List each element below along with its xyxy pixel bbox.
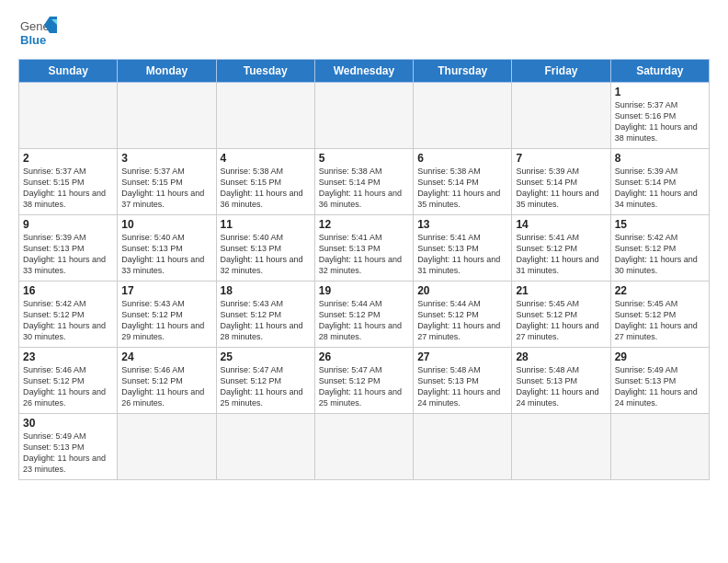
cell-sun-info: Sunrise: 5:42 AMSunset: 5:12 PMDaylight:…: [615, 232, 705, 277]
calendar-week-row: 9Sunrise: 5:39 AMSunset: 5:13 PMDaylight…: [19, 215, 710, 282]
calendar-cell: 19Sunrise: 5:44 AMSunset: 5:12 PMDayligh…: [314, 282, 413, 348]
cell-sun-info: Sunrise: 5:43 AMSunset: 5:12 PMDaylight:…: [221, 298, 311, 343]
svg-text:Blue: Blue: [20, 33, 46, 47]
cell-sun-info: Sunrise: 5:46 AMSunset: 5:12 PMDaylight:…: [23, 364, 113, 409]
calendar-week-row: 2Sunrise: 5:37 AMSunset: 5:15 PMDaylight…: [19, 149, 710, 215]
day-number: 25: [221, 350, 311, 363]
weekday-header-saturday: Saturday: [610, 60, 709, 83]
calendar-cell: [512, 414, 610, 480]
calendar-cell: 2Sunrise: 5:37 AMSunset: 5:15 PMDaylight…: [19, 149, 118, 215]
calendar-cell: 27Sunrise: 5:48 AMSunset: 5:13 PMDayligh…: [414, 348, 512, 414]
cell-sun-info: Sunrise: 5:41 AMSunset: 5:13 PMDaylight:…: [319, 232, 409, 277]
calendar-cell: 8Sunrise: 5:39 AMSunset: 5:14 PMDaylight…: [610, 149, 709, 215]
cell-sun-info: Sunrise: 5:44 AMSunset: 5:12 PMDaylight:…: [319, 298, 409, 343]
calendar-cell: [19, 83, 118, 149]
calendar-cell: [414, 414, 512, 480]
calendar-cell: 21Sunrise: 5:45 AMSunset: 5:12 PMDayligh…: [512, 282, 610, 348]
calendar-cell: [414, 83, 512, 149]
calendar-cell: 1Sunrise: 5:37 AMSunset: 5:16 PMDaylight…: [610, 83, 709, 149]
cell-sun-info: Sunrise: 5:47 AMSunset: 5:12 PMDaylight:…: [221, 364, 311, 409]
cell-sun-info: Sunrise: 5:40 AMSunset: 5:13 PMDaylight:…: [121, 232, 211, 277]
day-number: 4: [221, 152, 311, 165]
calendar-cell: [512, 83, 610, 149]
calendar-cell: [118, 414, 216, 480]
calendar-cell: 15Sunrise: 5:42 AMSunset: 5:12 PMDayligh…: [610, 215, 709, 282]
calendar-cell: [118, 83, 216, 149]
page: General Blue SundayMondayTuesdayWednesda…: [0, 0, 728, 489]
weekday-header-thursday: Thursday: [414, 60, 512, 83]
cell-sun-info: Sunrise: 5:41 AMSunset: 5:13 PMDaylight:…: [417, 232, 507, 277]
calendar-cell: 20Sunrise: 5:44 AMSunset: 5:12 PMDayligh…: [414, 282, 512, 348]
logo: General Blue: [18, 15, 57, 53]
calendar-cell: 3Sunrise: 5:37 AMSunset: 5:15 PMDaylight…: [118, 149, 216, 215]
calendar-week-row: 1Sunrise: 5:37 AMSunset: 5:16 PMDaylight…: [19, 83, 710, 149]
weekday-header-wednesday: Wednesday: [314, 60, 413, 83]
calendar-cell: 22Sunrise: 5:45 AMSunset: 5:12 PMDayligh…: [610, 282, 709, 348]
cell-sun-info: Sunrise: 5:45 AMSunset: 5:12 PMDaylight:…: [615, 298, 705, 343]
day-number: 2: [23, 152, 113, 165]
calendar-cell: 13Sunrise: 5:41 AMSunset: 5:13 PMDayligh…: [414, 215, 512, 282]
calendar-cell: 23Sunrise: 5:46 AMSunset: 5:12 PMDayligh…: [19, 348, 118, 414]
calendar-cell: 14Sunrise: 5:41 AMSunset: 5:12 PMDayligh…: [512, 215, 610, 282]
day-number: 10: [121, 218, 211, 231]
calendar-cell: 18Sunrise: 5:43 AMSunset: 5:12 PMDayligh…: [216, 282, 314, 348]
calendar-cell: 9Sunrise: 5:39 AMSunset: 5:13 PMDaylight…: [19, 215, 118, 282]
cell-sun-info: Sunrise: 5:49 AMSunset: 5:13 PMDaylight:…: [23, 431, 113, 476]
cell-sun-info: Sunrise: 5:39 AMSunset: 5:14 PMDaylight:…: [516, 166, 606, 211]
day-number: 6: [417, 152, 507, 165]
calendar-cell: [216, 83, 314, 149]
day-number: 3: [121, 152, 211, 165]
cell-sun-info: Sunrise: 5:47 AMSunset: 5:12 PMDaylight:…: [319, 364, 409, 409]
weekday-header-sunday: Sunday: [19, 60, 118, 83]
calendar-cell: 29Sunrise: 5:49 AMSunset: 5:13 PMDayligh…: [610, 348, 709, 414]
weekday-header-monday: Monday: [118, 60, 216, 83]
day-number: 29: [615, 350, 705, 363]
calendar-cell: 28Sunrise: 5:48 AMSunset: 5:13 PMDayligh…: [512, 348, 610, 414]
day-number: 14: [516, 218, 606, 231]
cell-sun-info: Sunrise: 5:38 AMSunset: 5:14 PMDaylight:…: [417, 166, 507, 211]
day-number: 5: [319, 152, 409, 165]
day-number: 28: [516, 350, 606, 363]
cell-sun-info: Sunrise: 5:39 AMSunset: 5:13 PMDaylight:…: [23, 232, 113, 277]
cell-sun-info: Sunrise: 5:41 AMSunset: 5:12 PMDaylight:…: [516, 232, 606, 277]
calendar-table: SundayMondayTuesdayWednesdayThursdayFrid…: [18, 59, 710, 480]
day-number: 12: [319, 218, 409, 231]
day-number: 9: [23, 218, 113, 231]
calendar-cell: 4Sunrise: 5:38 AMSunset: 5:15 PMDaylight…: [216, 149, 314, 215]
cell-sun-info: Sunrise: 5:37 AMSunset: 5:15 PMDaylight:…: [121, 166, 211, 211]
cell-sun-info: Sunrise: 5:45 AMSunset: 5:12 PMDaylight:…: [516, 298, 606, 343]
day-number: 30: [23, 417, 113, 430]
calendar-week-row: 30Sunrise: 5:49 AMSunset: 5:13 PMDayligh…: [19, 414, 710, 480]
day-number: 26: [319, 350, 409, 363]
cell-sun-info: Sunrise: 5:38 AMSunset: 5:14 PMDaylight:…: [319, 166, 409, 211]
day-number: 7: [516, 152, 606, 165]
day-number: 16: [23, 284, 113, 297]
day-number: 24: [121, 350, 211, 363]
day-number: 20: [417, 284, 507, 297]
calendar-cell: 17Sunrise: 5:43 AMSunset: 5:12 PMDayligh…: [118, 282, 216, 348]
calendar-cell: 26Sunrise: 5:47 AMSunset: 5:12 PMDayligh…: [314, 348, 413, 414]
cell-sun-info: Sunrise: 5:49 AMSunset: 5:13 PMDaylight:…: [615, 364, 705, 409]
day-number: 11: [221, 218, 311, 231]
cell-sun-info: Sunrise: 5:42 AMSunset: 5:12 PMDaylight:…: [23, 298, 113, 343]
day-number: 17: [121, 284, 211, 297]
day-number: 18: [221, 284, 311, 297]
day-number: 15: [615, 218, 705, 231]
calendar-cell: 5Sunrise: 5:38 AMSunset: 5:14 PMDaylight…: [314, 149, 413, 215]
day-number: 22: [615, 284, 705, 297]
calendar-week-row: 16Sunrise: 5:42 AMSunset: 5:12 PMDayligh…: [19, 282, 710, 348]
day-number: 1: [615, 86, 705, 98]
cell-sun-info: Sunrise: 5:48 AMSunset: 5:13 PMDaylight:…: [516, 364, 606, 409]
cell-sun-info: Sunrise: 5:37 AMSunset: 5:15 PMDaylight:…: [23, 166, 113, 211]
calendar-cell: [216, 414, 314, 480]
calendar-cell: 16Sunrise: 5:42 AMSunset: 5:12 PMDayligh…: [19, 282, 118, 348]
cell-sun-info: Sunrise: 5:48 AMSunset: 5:13 PMDaylight:…: [417, 364, 507, 409]
logo-icon: General Blue: [18, 15, 57, 53]
cell-sun-info: Sunrise: 5:38 AMSunset: 5:15 PMDaylight:…: [221, 166, 311, 211]
day-number: 23: [23, 350, 113, 363]
weekday-header-friday: Friday: [512, 60, 610, 83]
calendar-cell: 10Sunrise: 5:40 AMSunset: 5:13 PMDayligh…: [118, 215, 216, 282]
calendar-cell: 25Sunrise: 5:47 AMSunset: 5:12 PMDayligh…: [216, 348, 314, 414]
calendar-cell: 6Sunrise: 5:38 AMSunset: 5:14 PMDaylight…: [414, 149, 512, 215]
cell-sun-info: Sunrise: 5:40 AMSunset: 5:13 PMDaylight:…: [221, 232, 311, 277]
